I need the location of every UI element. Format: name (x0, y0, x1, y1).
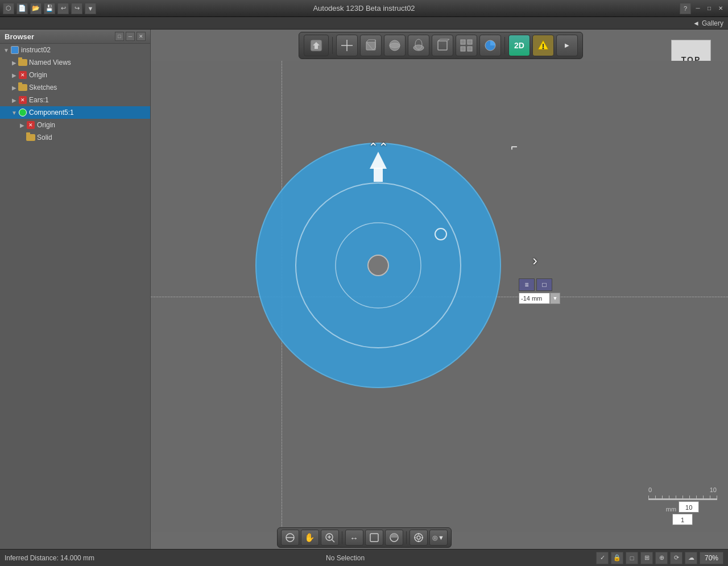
comp5-arrow[interactable]: ▼ (10, 109, 18, 116)
browser-icon-list[interactable]: □ (115, 32, 124, 41)
ruler-zero: 1 (672, 514, 693, 525)
ruler-tick-8 (703, 496, 704, 500)
minimize-btn[interactable]: ─ (693, 5, 702, 13)
ears-arrow[interactable]: ▶ (10, 96, 18, 104)
select-btn[interactable] (365, 530, 383, 546)
more-btn[interactable]: ▼ (85, 3, 96, 14)
status-check-icon[interactable]: ✓ (596, 552, 609, 564)
viewport[interactable]: ⌃⌃ › ⌐ ≡ □ ▼ (151, 61, 728, 532)
tree-root[interactable]: ▼ instruct02 (0, 44, 150, 56)
origin2-icon: ✕ (26, 120, 35, 130)
gallery-label[interactable]: Gallery (702, 19, 723, 27)
ears-icon: ✕ (18, 95, 27, 105)
root-arrow[interactable]: ▼ (2, 46, 10, 54)
ruler-labels: 0 10 (648, 486, 717, 493)
tree-component5[interactable]: ▼ Component5:1 (0, 106, 150, 119)
move-btn[interactable]: ↔ (345, 530, 363, 546)
named-views-arrow[interactable]: ▶ (10, 59, 18, 66)
view-front-btn[interactable] (336, 35, 358, 56)
svg-point-22 (543, 47, 544, 49)
sketches-icon (18, 83, 27, 92)
origin1-arrow[interactable]: ▶ (10, 71, 18, 79)
view-top-btn[interactable] (384, 35, 406, 56)
status-obj-icon[interactable]: □ (626, 552, 638, 564)
measure-btn[interactable]: ◎▼ (429, 530, 448, 546)
shape-container: ⌃⌃ › ⌐ ≡ □ ▼ (247, 135, 509, 396)
solid-icon (26, 133, 35, 142)
svg-line-33 (332, 539, 334, 542)
view-grid-btn[interactable] (456, 35, 477, 56)
dim-icon-1[interactable]: ≡ (519, 278, 535, 291)
undo-btn[interactable]: ↩ (57, 3, 69, 14)
sketches-label: Sketches (29, 84, 57, 91)
browser-icon-minus[interactable]: ─ (126, 32, 135, 41)
title-bar: ⬡ 📄 📂 💾 ↩ ↪ ▼ Autodesk 123D Beta instruc… (0, 0, 728, 17)
status-center: No Selection (326, 554, 365, 562)
status-sync-icon[interactable]: ⟳ (670, 552, 682, 564)
svg-point-26 (368, 255, 388, 276)
app-icon[interactable]: ⬡ (3, 3, 14, 14)
tree-named-views[interactable]: ▶ Named Views (0, 56, 150, 69)
status-cloud-icon[interactable]: ☁ (685, 552, 697, 564)
shape-svg (247, 135, 509, 396)
comp5-label: Component5:1 (29, 109, 74, 116)
pan-btn[interactable]: ✋ (301, 530, 319, 546)
maximize-btn[interactable]: □ (705, 5, 714, 13)
svg-rect-29 (374, 168, 383, 182)
svg-rect-16 (468, 40, 472, 44)
svg-point-39 (417, 536, 420, 539)
status-bar: Inferred Distance: 14.000 mm No Selectio… (0, 549, 728, 566)
view-shading-btn[interactable] (479, 35, 501, 56)
snap-btn[interactable] (410, 530, 428, 546)
status-snap-icon[interactable]: ⊕ (655, 552, 668, 564)
named-views-icon (18, 58, 27, 67)
origin2-arrow[interactable]: ▶ (18, 121, 26, 129)
comp5-icon (18, 108, 27, 117)
ruler-tick-0 (648, 496, 649, 500)
tree-sketches[interactable]: ▶ Sketches (0, 81, 150, 94)
tree-origin-2[interactable]: ▶ ✕ Origin (0, 119, 150, 131)
ctrl-right-arrow[interactable]: › (532, 251, 537, 269)
bottom-sep-2 (406, 531, 407, 544)
dim-input-field[interactable] (519, 293, 550, 304)
2d-mode-btn[interactable]: 2D (508, 35, 530, 56)
view-cube-front-btn[interactable] (360, 35, 382, 56)
open-btn[interactable]: 📂 (30, 3, 42, 14)
status-right: ✓ 🔒 □ ⊞ ⊕ ⟳ ☁ 70% (596, 552, 723, 564)
ruler-value: 10 (679, 501, 699, 513)
browser-icon-close[interactable]: ✕ (136, 32, 146, 41)
ctrl-up-arrow[interactable]: ⌃⌃ (368, 140, 388, 155)
save-btn[interactable]: 💾 (44, 3, 55, 14)
svg-rect-18 (468, 47, 472, 51)
zoom-btn[interactable] (321, 530, 339, 546)
more-options-btn[interactable]: ▶ (556, 35, 578, 56)
bottom-toolbar-container: ✋ ↔ ◎▼ (277, 527, 452, 548)
section-btn[interactable] (385, 530, 403, 546)
sketch-btn[interactable] (532, 35, 554, 56)
tree-ears[interactable]: ▶ ✕ Ears:1 (0, 94, 150, 106)
sketches-arrow[interactable]: ▶ (10, 84, 18, 91)
ruler-label-right: 10 (710, 486, 717, 493)
ctrl-corner-handle[interactable]: ⌐ (511, 140, 518, 153)
svg-rect-36 (370, 534, 378, 542)
tree-origin-1[interactable]: ▶ ✕ Origin (0, 69, 150, 81)
help-icon[interactable]: ? (680, 3, 691, 14)
status-grid-icon[interactable]: ⊞ (640, 552, 653, 564)
redo-btn[interactable]: ↪ (71, 3, 82, 14)
origin2-label: Origin (37, 121, 55, 129)
toolbar-container: 2D ▶ (299, 32, 583, 59)
dim-dropdown-btn[interactable]: ▼ (550, 293, 560, 304)
home-view-btn[interactable] (304, 35, 329, 56)
status-lock-icon[interactable]: 🔒 (611, 552, 623, 564)
tree-solid[interactable]: ▶ Solid (0, 131, 150, 144)
orbit-btn[interactable] (281, 530, 299, 546)
svg-rect-15 (461, 40, 465, 44)
ruler-tick-9 (710, 496, 710, 500)
view-left-btn[interactable] (432, 35, 453, 56)
view-orbit-btn[interactable] (408, 35, 429, 56)
dim-icon-2[interactable]: □ (536, 278, 552, 291)
new-btn[interactable]: 📄 (16, 3, 28, 14)
browser-panel: Browser □ ─ ✕ ▼ instruct02 ▶ Named Views… (0, 30, 151, 549)
close-btn[interactable]: ✕ (716, 5, 725, 13)
gallery-arrow-icon[interactable]: ◄ (693, 19, 700, 27)
